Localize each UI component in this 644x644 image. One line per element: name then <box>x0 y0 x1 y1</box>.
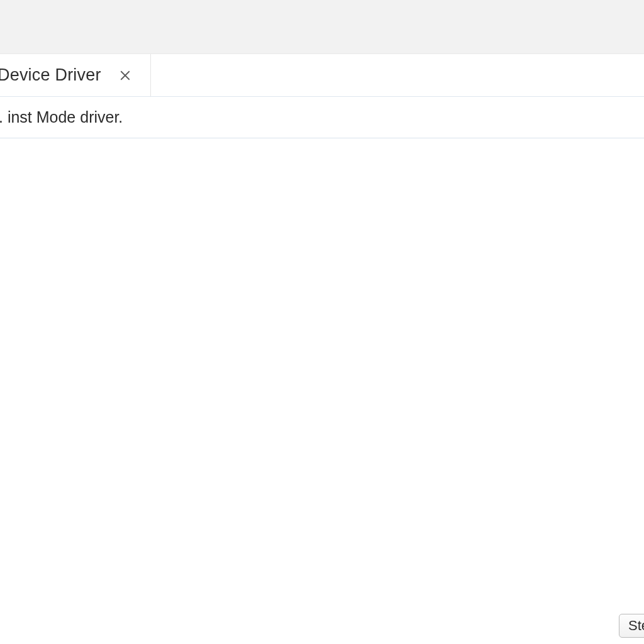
tab-strip: Device Driver <box>0 54 644 97</box>
step-button-label: Ste <box>628 618 644 634</box>
close-icon[interactable] <box>116 67 134 84</box>
tab-device-driver[interactable]: Device Driver <box>0 54 151 96</box>
content-area <box>0 138 644 608</box>
tab-label: Device Driver <box>0 65 101 85</box>
info-text: . inst Mode driver. <box>0 108 123 126</box>
info-row: . inst Mode driver. <box>0 97 644 138</box>
step-button[interactable]: Ste <box>619 614 644 638</box>
footer: Ste <box>0 608 644 644</box>
title-bar <box>0 0 644 54</box>
